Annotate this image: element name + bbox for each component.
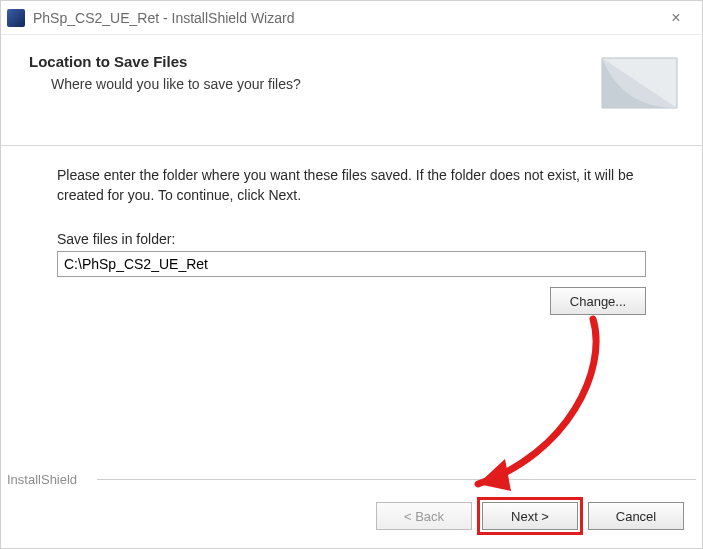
wizard-header: Location to Save Files Where would you l… — [1, 35, 702, 145]
cancel-button[interactable]: Cancel — [588, 502, 684, 530]
path-field-label: Save files in folder: — [57, 231, 646, 247]
path-input[interactable] — [57, 251, 646, 277]
close-icon[interactable]: × — [656, 9, 696, 27]
page-subtitle: Where would you like to save your files? — [29, 76, 582, 92]
app-icon — [7, 9, 25, 27]
back-button[interactable]: < Back — [376, 502, 472, 530]
window-title: PhSp_CS2_UE_Ret - InstallShield Wizard — [33, 10, 656, 26]
change-button[interactable]: Change... — [550, 287, 646, 315]
footer: InstallShield < Back Next > Cancel — [1, 472, 702, 548]
page-curl-icon — [582, 53, 682, 133]
page-title: Location to Save Files — [29, 53, 582, 70]
installshield-brand: InstallShield — [7, 472, 702, 486]
titlebar: PhSp_CS2_UE_Ret - InstallShield Wizard × — [1, 1, 702, 35]
content-area: Please enter the folder where you want t… — [1, 146, 702, 472]
next-button[interactable]: Next > — [482, 502, 578, 530]
instruction-text: Please enter the folder where you want t… — [57, 166, 646, 205]
